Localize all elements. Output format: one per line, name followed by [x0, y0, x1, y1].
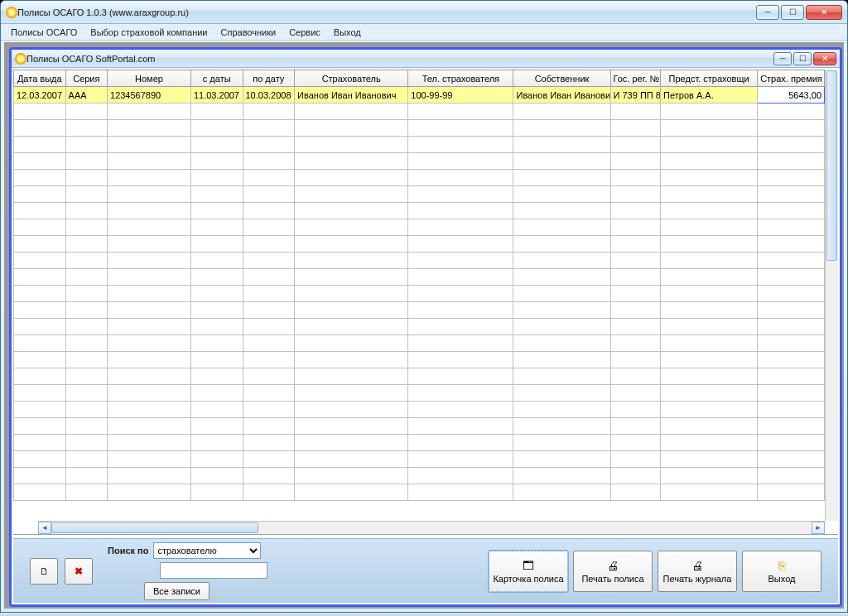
scrollbar-thumb[interactable]: [826, 70, 837, 261]
menu-directories[interactable]: Справочники: [214, 26, 283, 39]
mdi-area: Полисы ОСАГО SoftPortal.com ─ ☐ ✕ Дата в…: [4, 42, 844, 609]
table-cell[interactable]: Петров А.А.: [661, 87, 758, 103]
table-cell[interactable]: 12.03.2007: [14, 87, 66, 103]
column-header[interactable]: Гос. рег. №: [610, 70, 661, 87]
table-cell[interactable]: 10.03.2008: [243, 87, 295, 103]
printer-icon: 🖨: [607, 559, 619, 572]
delete-button[interactable]: ✖: [65, 558, 93, 585]
card-icon: 🗔: [523, 559, 534, 572]
table-row: [14, 385, 825, 402]
column-header[interactable]: Дата выда: [14, 70, 66, 87]
document-delete-icon: ✖: [75, 565, 83, 577]
close-button[interactable]: ✕: [806, 5, 842, 20]
column-header[interactable]: Тел. страхователя: [408, 70, 513, 87]
inner-app-icon: [15, 53, 26, 65]
menubar: Полисы ОСАГО Выбор страховой компании Сп…: [1, 24, 847, 41]
table-row: [14, 253, 825, 269]
table-row: [14, 186, 825, 203]
table-row: [14, 418, 825, 435]
search-field-select[interactable]: страхователю: [153, 542, 261, 559]
table-row: [14, 435, 825, 451]
table-row: [14, 451, 825, 468]
scroll-right-icon[interactable]: ►: [812, 522, 825, 534]
button-label: Печать журнала: [663, 574, 732, 584]
table-cell[interactable]: Иванов Иван Иванович: [295, 87, 408, 103]
policy-card-button[interactable]: 🗔 Карточка полиса: [489, 551, 568, 592]
document-new-icon: 🗋: [40, 566, 49, 576]
table-row: [14, 103, 825, 120]
print-policy-button[interactable]: 🖨 Печать полиса: [573, 551, 653, 592]
table-row: [14, 368, 825, 385]
table-row: [14, 302, 825, 319]
table-cell[interactable]: 5643,00: [758, 87, 825, 103]
exit-button[interactable]: ⎘ Выход: [742, 551, 822, 592]
table-row: [14, 319, 825, 335]
table-cell[interactable]: И 739 ПП 89: [610, 87, 661, 103]
column-header[interactable]: Номер: [108, 70, 191, 87]
table-row: [14, 236, 825, 253]
table-row: [14, 219, 825, 236]
table-row: [14, 153, 825, 170]
table-cell[interactable]: 11.03.2007: [190, 87, 243, 103]
table-row: [14, 269, 825, 286]
table-cell[interactable]: ААА: [65, 87, 107, 103]
menu-service[interactable]: Сервис: [282, 26, 327, 39]
button-label: Карточка полиса: [493, 574, 563, 584]
scroll-left-icon[interactable]: ◄: [38, 522, 51, 534]
column-header[interactable]: Страхователь: [295, 70, 408, 87]
column-header[interactable]: с даты: [190, 70, 243, 87]
maximize-button[interactable]: ☐: [781, 5, 804, 20]
vertical-scrollbar[interactable]: [825, 70, 838, 521]
inner-close-button[interactable]: ✕: [813, 52, 836, 65]
button-label: Печать полиса: [581, 574, 643, 584]
table-row[interactable]: 12.03.2007ААА123456789011.03.200710.03.2…: [14, 87, 825, 103]
search-label: Поиск по: [108, 546, 148, 556]
outer-window-title: Полисы ОСАГО 1.0.3 (www.araxgroup.ru): [17, 7, 756, 17]
column-header[interactable]: Предст. страховщи: [661, 70, 758, 87]
horizontal-scrollbar[interactable]: ◄ ►: [38, 521, 825, 534]
table-row: [14, 484, 825, 501]
minimize-button[interactable]: ─: [756, 5, 779, 20]
taskbar: [0, 613, 848, 616]
new-button[interactable]: 🗋: [30, 558, 58, 585]
table-cell[interactable]: 1234567890: [108, 87, 191, 103]
inner-window-title: Полисы ОСАГО SoftPortal.com: [26, 54, 773, 64]
scrollbar-thumb[interactable]: [51, 522, 258, 533]
table-row: [14, 120, 825, 137]
column-header[interactable]: по дату: [243, 70, 295, 87]
inner-titlebar: Полисы ОСАГО SoftPortal.com ─ ☐ ✕: [12, 50, 840, 68]
print-journal-button[interactable]: 🖨 Печать журнала: [658, 551, 737, 592]
table-row: [14, 203, 825, 219]
table-row: [14, 402, 825, 418]
menu-select-company[interactable]: Выбор страховой компании: [84, 26, 214, 39]
app-icon: [6, 7, 17, 18]
exit-icon: ⎘: [778, 559, 785, 572]
button-label: Выход: [768, 574, 796, 584]
table-row: [14, 352, 825, 368]
all-records-button[interactable]: Все записи: [144, 582, 210, 600]
table-row: [14, 137, 825, 153]
table-cell[interactable]: 100-99-99: [408, 87, 513, 103]
bottom-panel: 🗋 ✖ Поиск по страхователю: [13, 538, 838, 603]
table-row: [14, 170, 825, 186]
search-input[interactable]: [160, 562, 267, 579]
outer-titlebar: Полисы ОСАГО 1.0.3 (www.araxgroup.ru) ─ …: [1, 1, 847, 24]
table-row: [14, 335, 825, 352]
data-grid[interactable]: Дата выдаСерияНомерс датыпо датуСтрахова…: [13, 70, 825, 501]
table-cell[interactable]: Иванов Иван Иванович: [513, 87, 610, 103]
inner-maximize-button[interactable]: ☐: [793, 52, 812, 65]
inner-window: Полисы ОСАГО SoftPortal.com ─ ☐ ✕ Дата в…: [9, 47, 842, 607]
grid-container: Дата выдаСерияНомерс датыпо датуСтрахова…: [13, 70, 838, 535]
column-header[interactable]: Собственник: [513, 70, 610, 87]
column-header[interactable]: Серия: [65, 70, 107, 87]
menu-policies[interactable]: Полисы ОСАГО: [4, 26, 84, 39]
printer-icon: 🖨: [691, 559, 703, 572]
menu-exit[interactable]: Выход: [327, 26, 368, 39]
table-row: [14, 286, 825, 302]
column-header[interactable]: Страх. премия: [758, 70, 825, 87]
table-row: [14, 468, 825, 484]
inner-minimize-button[interactable]: ─: [773, 52, 792, 65]
